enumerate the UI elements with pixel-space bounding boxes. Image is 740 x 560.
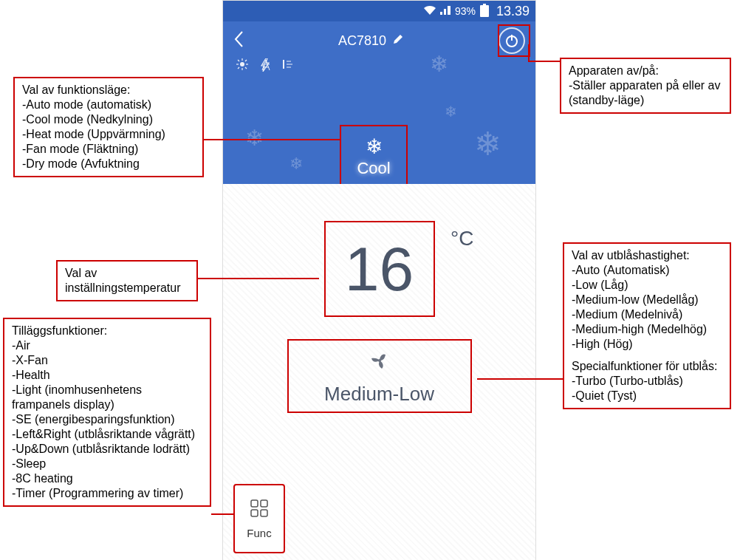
func-button[interactable]: Func xyxy=(233,484,285,553)
callout-fan-line: -Medium (Medelnivå) xyxy=(572,307,722,322)
snowflake-decor-icon: ❄ xyxy=(245,125,264,151)
callout-fan-line: -Low (Låg) xyxy=(572,278,722,293)
callout-extra: Tilläggsfunktioner: -Air -X-Fan -Health … xyxy=(3,318,211,507)
callout-extra-line: -Up&Down (utblåsriktande lodrätt) xyxy=(12,442,202,457)
phone-app: 93% 13.39 ❄ ❄ ❄ ❄ ❄ AC7810 xyxy=(222,0,536,560)
signal-icon xyxy=(440,5,450,17)
callout-mode-line: -Auto mode (automatisk) xyxy=(22,98,195,112)
device-name: AC7810 xyxy=(338,33,386,49)
edit-icon[interactable] xyxy=(392,33,404,49)
callout-fan-line: -Medium-low (Medellåg) xyxy=(572,293,722,307)
callout-mode: Val av funktionsläge: -Auto mode (automa… xyxy=(13,77,204,177)
power-highlight xyxy=(498,24,530,57)
callout-extra-line: -Timer (Programmering av timer) xyxy=(12,486,202,501)
callout-extra-line: -X-Fan xyxy=(12,353,202,368)
callout-power-head: Apparaten av/på: xyxy=(569,64,722,78)
snowflake-decor-icon: ❄ xyxy=(290,154,303,174)
callout-connector xyxy=(211,513,233,515)
grid-icon xyxy=(250,499,269,521)
callout-extra-line: -Left&Right (utblåsriktande vågrätt) xyxy=(12,427,202,442)
callout-connector xyxy=(528,44,530,62)
battery-percent: 93% xyxy=(455,5,476,17)
callout-fan-line: -Quiet (Tyst) xyxy=(572,389,722,403)
light-icon[interactable] xyxy=(235,58,250,75)
callout-fan-line: -High (Hög) xyxy=(572,337,722,352)
callout-temp: Val av inställningstemperatur xyxy=(56,260,198,301)
svg-rect-19 xyxy=(261,500,267,507)
temperature-control[interactable]: 16 °C xyxy=(324,221,435,317)
callout-mode-head: Val av funktionsläge: xyxy=(22,83,195,98)
feature-icons-row xyxy=(223,55,535,78)
snowflake-decor-icon: ❄ xyxy=(474,125,501,163)
callout-extra-line: -SE (energibesparingsfunktion) xyxy=(12,412,202,427)
fan-speed-selector[interactable]: Medium-Low xyxy=(287,339,472,413)
back-button[interactable] xyxy=(233,30,244,51)
main-body: 16 °C Medium-Low Func xyxy=(223,184,535,560)
callout-fan-head2: Specialfunktioner för utblås: xyxy=(572,359,722,374)
callout-connector xyxy=(198,278,319,279)
callout-extra-line: -8C heating xyxy=(12,471,202,486)
callout-temp-text: Val av inställningstemperatur xyxy=(65,266,189,296)
wifi-icon xyxy=(424,5,436,17)
callout-fan-line: -Turbo (Turbo-utblås) xyxy=(572,374,722,389)
callout-connector xyxy=(204,139,340,140)
callout-mode-line: -Dry mode (Avfuktning xyxy=(22,157,195,171)
func-label: Func xyxy=(247,527,271,539)
callout-connector xyxy=(477,378,563,380)
battery-icon xyxy=(480,4,489,19)
svg-line-10 xyxy=(245,67,247,69)
callout-fan-line: -Medium-high (Medelhög) xyxy=(572,322,722,337)
svg-rect-20 xyxy=(251,510,258,516)
svg-point-4 xyxy=(240,62,244,66)
health-icon[interactable] xyxy=(260,58,272,75)
svg-rect-1 xyxy=(483,4,486,5)
fan-icon xyxy=(366,347,393,377)
temperature-value: 16 xyxy=(345,233,414,305)
callout-extra-line: -Air xyxy=(12,338,202,353)
mode-selector[interactable]: ❄ Cool xyxy=(340,125,408,184)
svg-point-17 xyxy=(378,359,381,362)
fan-speed-label: Medium-Low xyxy=(324,383,434,406)
swing-icon[interactable] xyxy=(282,58,295,75)
temperature-unit: °C xyxy=(450,227,473,250)
snowflake-icon: ❄ xyxy=(366,134,383,159)
snowflake-decor-icon: ❄ xyxy=(445,103,457,120)
callout-power: Apparaten av/på: -Ställer apparaten på e… xyxy=(560,58,731,114)
status-bar: 93% 13.39 xyxy=(223,1,535,21)
callout-extra-head: Tilläggsfunktioner: xyxy=(12,324,202,338)
mode-label: Cool xyxy=(357,159,390,178)
svg-line-12 xyxy=(245,60,247,61)
svg-line-11 xyxy=(238,67,239,69)
callout-extra-line: -Health xyxy=(12,368,202,383)
svg-rect-21 xyxy=(261,510,267,516)
callout-mode-line: -Cool mode (Nedkylning) xyxy=(22,112,195,127)
snowflake-decor-icon: ❄ xyxy=(430,51,448,77)
callout-extra-line: -Sleep xyxy=(12,457,202,471)
callout-power-line: -Ställer apparaten på eller av (standby-… xyxy=(569,78,722,108)
callout-mode-line: -Fan mode (Fläktning) xyxy=(22,142,195,157)
callout-fan-line: -Auto (Automatisk) xyxy=(572,263,722,278)
device-title[interactable]: AC7810 xyxy=(338,33,404,49)
callout-fan-head: Val av utblåshastighet: xyxy=(572,248,722,263)
clock: 13.39 xyxy=(496,4,530,19)
callout-extra-line: -Light (inomhusenhetens frampanels displ… xyxy=(12,383,202,412)
header-panel: ❄ ❄ ❄ ❄ ❄ AC7810 xyxy=(223,21,535,184)
svg-line-9 xyxy=(238,60,239,61)
callout-mode-line: -Heat mode (Uppvärmning) xyxy=(22,127,195,142)
svg-rect-18 xyxy=(251,500,258,507)
callout-connector xyxy=(530,61,561,62)
callout-fan: Val av utblåshastighet: -Auto (Automatis… xyxy=(563,242,731,409)
svg-rect-0 xyxy=(480,5,489,17)
